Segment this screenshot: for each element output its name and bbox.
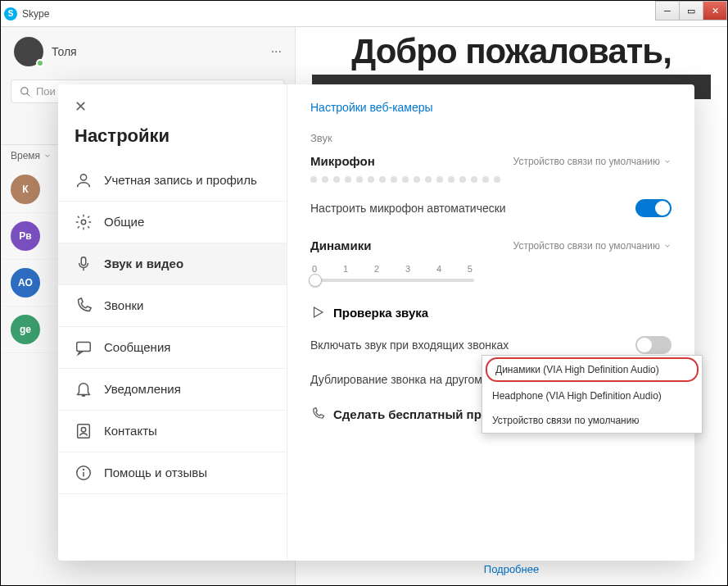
more-link[interactable]: Подробнее	[296, 563, 727, 575]
webcam-settings-link[interactable]: Настройки веб-камеры	[310, 101, 671, 114]
bell-icon	[75, 380, 93, 398]
chevron-down-icon	[663, 242, 671, 250]
svg-rect-7	[78, 425, 90, 438]
auto-mic-label: Настроить микрофон автоматически	[310, 202, 506, 215]
phone-icon	[310, 407, 325, 421]
svg-line-1	[27, 93, 30, 96]
speakers-dropdown: Динамики (VIA High Definition Audio) Hea…	[482, 355, 703, 434]
profile-row[interactable]: Толя ···	[1, 27, 295, 76]
dropdown-item-headphone[interactable]: Headphone (VIA High Definition Audio)	[482, 384, 702, 408]
minimize-button[interactable]: ─	[655, 1, 680, 20]
search-icon	[20, 86, 31, 98]
microphone-device-select[interactable]: Устройство связи по умолчанию	[513, 156, 671, 167]
svg-rect-5	[81, 257, 86, 266]
gear-icon	[75, 213, 93, 231]
svg-marker-12	[314, 307, 323, 317]
window-title: Skype	[22, 8, 49, 20]
settings-modal: ✕ Настройки Учетная запись и профиль Общ…	[58, 84, 694, 561]
close-icon[interactable]: ✕	[58, 98, 287, 122]
chat-avatar: Рв	[11, 221, 40, 251]
chevron-down-icon	[663, 157, 671, 166]
microphone-label: Микрофон	[310, 154, 375, 168]
message-icon	[75, 338, 93, 357]
nav-account[interactable]: Учетная запись и профиль	[58, 160, 287, 202]
incoming-sound-toggle[interactable]	[635, 336, 671, 354]
svg-point-4	[81, 220, 86, 225]
maximize-button[interactable]: ▭	[679, 1, 703, 20]
nav-general[interactable]: Общие	[58, 202, 287, 243]
chevron-down-icon	[43, 152, 52, 160]
titlebar: S Skype ─ ▭ ✕	[1, 1, 727, 27]
chat-avatar: ge	[11, 315, 40, 344]
speaker-volume-slider[interactable]: 0 1 2 3 4 5	[310, 264, 671, 282]
search-placeholder: Пои	[36, 85, 56, 98]
info-icon	[75, 464, 93, 482]
svg-point-8	[81, 427, 86, 432]
welcome-heading: Добро пожаловать,	[296, 27, 727, 71]
nav-audio-video[interactable]: Звук и видео	[58, 243, 287, 285]
phone-icon	[75, 297, 93, 315]
test-audio-button[interactable]: Проверка звука	[310, 305, 671, 320]
svg-point-11	[84, 469, 84, 470]
profile-name: Толя	[52, 45, 77, 58]
nav-notifications[interactable]: Уведомления	[58, 369, 287, 411]
chat-avatar: К	[11, 175, 40, 204]
nav-calling[interactable]: Звонки	[58, 285, 287, 327]
presence-dot	[36, 59, 44, 67]
settings-content: Настройки веб-камеры Звук Микрофон Устро…	[287, 84, 694, 561]
avatar[interactable]	[14, 37, 43, 66]
settings-title: Настройки	[58, 122, 287, 160]
mic-level-meter	[310, 176, 671, 183]
incoming-sound-label: Включать звук при входящих звонках	[310, 338, 509, 352]
settings-nav: ✕ Настройки Учетная запись и профиль Общ…	[58, 84, 287, 561]
skype-icon: S	[4, 7, 17, 20]
speakers-device-select[interactable]: Устройство связи по умолчанию	[513, 240, 671, 252]
microphone-icon	[75, 255, 93, 273]
close-button[interactable]: ✕	[703, 1, 727, 20]
svg-point-0	[21, 87, 28, 93]
dropdown-item-speakers[interactable]: Динамики (VIA High Definition Audio)	[486, 357, 699, 382]
svg-point-3	[80, 175, 86, 180]
svg-rect-6	[77, 343, 91, 352]
person-icon	[75, 171, 93, 189]
auto-mic-toggle[interactable]	[635, 199, 671, 217]
nav-messaging[interactable]: Сообщения	[58, 327, 287, 369]
slider-thumb[interactable]	[309, 274, 322, 287]
dropdown-item-default[interactable]: Устройство связи по умолчанию	[482, 408, 702, 433]
sound-section-label: Звук	[310, 132, 671, 144]
nav-contacts[interactable]: Контакты	[58, 411, 287, 452]
speakers-label: Динамики	[310, 238, 371, 252]
play-icon	[310, 305, 325, 320]
contacts-icon	[75, 422, 93, 440]
more-icon[interactable]: ···	[271, 44, 282, 59]
nav-help[interactable]: Помощь и отзывы	[58, 452, 287, 494]
chat-avatar: АО	[11, 268, 40, 298]
